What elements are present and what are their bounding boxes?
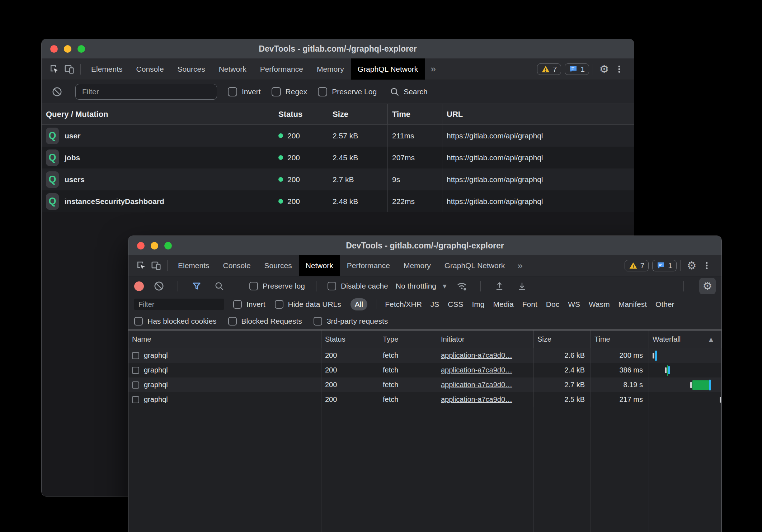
table-row[interactable]: Quser 200 2.57 kB 211ms https://gitlab.c…: [42, 125, 634, 147]
minimize-button[interactable]: [151, 242, 158, 250]
throttling-dropdown[interactable]: No throttling ▼: [396, 282, 447, 290]
type-filter-font[interactable]: Font: [522, 300, 537, 309]
column-header-time[interactable]: Time: [591, 331, 649, 348]
column-header-name[interactable]: Name: [128, 331, 321, 348]
has-blocked-cookies-checkbox[interactable]: Has blocked cookies: [134, 317, 217, 326]
tab-console[interactable]: Console: [130, 58, 171, 80]
initiator-link[interactable]: application-a7ca9d0…: [441, 351, 512, 360]
invert-checkbox[interactable]: Invert: [233, 300, 265, 309]
table-row[interactable]: Qjobs 200 2.45 kB 207ms https://gitlab.c…: [42, 147, 634, 168]
invert-checkbox[interactable]: Invert: [228, 87, 261, 96]
table-row[interactable]: graphql 200 fetch application-a7ca9d0… 2…: [128, 377, 721, 392]
type-filter-wasm[interactable]: Wasm: [589, 300, 610, 309]
type-filter-img[interactable]: Img: [472, 300, 485, 309]
column-header-size[interactable]: Size: [534, 331, 591, 348]
blocked-requests-checkbox[interactable]: Blocked Requests: [228, 317, 302, 326]
warnings-badge[interactable]: 7: [537, 63, 561, 75]
column-header-query-mutation[interactable]: Query / Mutation: [42, 104, 274, 124]
tab-elements[interactable]: Elements: [84, 58, 130, 80]
column-header-initiator[interactable]: Initiator: [437, 331, 534, 348]
import-har-icon[interactable]: [492, 279, 507, 294]
initiator-link[interactable]: application-a7ca9d0…: [441, 381, 512, 389]
tab-graphql-network[interactable]: GraphQL Network: [438, 255, 512, 276]
checkbox-box[interactable]: [249, 282, 258, 290]
kebab-menu-icon[interactable]: [699, 258, 714, 273]
preserve-log-checkbox[interactable]: Preserve log: [249, 282, 305, 290]
row-checkbox[interactable]: [132, 396, 139, 403]
row-checkbox[interactable]: [132, 352, 139, 359]
type-filter-doc[interactable]: Doc: [546, 300, 559, 309]
network-conditions-icon[interactable]: [454, 279, 469, 294]
tab-performance[interactable]: Performance: [340, 255, 397, 276]
row-checkbox[interactable]: [132, 367, 139, 374]
column-header-waterfall[interactable]: Waterfall ▲: [649, 331, 721, 348]
filter-funnel-icon[interactable]: [189, 279, 204, 294]
network-settings-button[interactable]: ⚙: [699, 278, 716, 294]
close-button[interactable]: [137, 242, 145, 250]
checkbox-box[interactable]: [228, 317, 237, 326]
checkbox-box[interactable]: [318, 87, 327, 96]
close-button[interactable]: [50, 45, 58, 53]
initiator-link[interactable]: application-a7ca9d0…: [441, 395, 512, 404]
record-button[interactable]: [134, 281, 144, 291]
issues-badge[interactable]: 1: [565, 63, 589, 75]
type-filter-other[interactable]: Other: [655, 300, 674, 309]
regex-checkbox[interactable]: Regex: [272, 87, 307, 96]
device-toolbar-icon[interactable]: [62, 62, 77, 77]
type-filter-ws[interactable]: WS: [568, 300, 580, 309]
column-header-status[interactable]: Status: [321, 331, 379, 348]
zoom-button[interactable]: [77, 45, 85, 53]
tab-console[interactable]: Console: [216, 255, 258, 276]
inspect-element-icon[interactable]: [47, 62, 62, 77]
tab-network[interactable]: Network: [299, 255, 340, 276]
minimize-button[interactable]: [64, 45, 71, 53]
kebab-menu-icon[interactable]: [612, 62, 627, 77]
tab-performance[interactable]: Performance: [253, 58, 310, 80]
checkbox-box[interactable]: [272, 87, 281, 96]
tab-memory[interactable]: Memory: [397, 255, 438, 276]
checkbox-box[interactable]: [233, 300, 242, 309]
settings-gear-icon[interactable]: ⚙: [597, 62, 612, 77]
type-filter-media[interactable]: Media: [493, 300, 514, 309]
table-row[interactable]: Qusers 200 2.7 kB 9s https://gitlab.com/…: [42, 168, 634, 190]
tab-memory[interactable]: Memory: [310, 58, 351, 80]
warnings-badge[interactable]: 7: [625, 260, 649, 271]
checkbox-box[interactable]: [228, 87, 237, 96]
tab-sources[interactable]: Sources: [171, 58, 212, 80]
title-bar[interactable]: DevTools - gitlab.com/-/graphql-explorer: [128, 236, 721, 255]
tab-sources[interactable]: Sources: [258, 255, 299, 276]
more-tabs-icon[interactable]: »: [425, 63, 441, 75]
tab-network[interactable]: Network: [212, 58, 253, 80]
third-party-requests-checkbox[interactable]: 3rd-party requests: [314, 317, 388, 326]
checkbox-box[interactable]: [134, 317, 143, 326]
table-row[interactable]: graphql 200 fetch application-a7ca9d0… 2…: [128, 392, 721, 407]
checkbox-box[interactable]: [328, 282, 336, 290]
filter-input[interactable]: [134, 299, 224, 310]
zoom-button[interactable]: [164, 242, 172, 250]
disable-cache-checkbox[interactable]: Disable cache: [328, 282, 388, 290]
issues-badge[interactable]: 1: [652, 260, 677, 271]
column-header-url[interactable]: URL: [442, 104, 634, 124]
hide-data-urls-checkbox[interactable]: Hide data URLs: [275, 300, 341, 309]
tab-graphql-network[interactable]: GraphQL Network: [351, 58, 425, 80]
tab-elements[interactable]: Elements: [171, 255, 216, 276]
type-filter-css[interactable]: CSS: [448, 300, 463, 309]
more-tabs-icon[interactable]: »: [512, 260, 528, 271]
table-row[interactable]: QinstanceSecurityDashboard 200 2.48 kB 2…: [42, 190, 634, 212]
clear-icon[interactable]: [151, 279, 166, 294]
checkbox-box[interactable]: [314, 317, 322, 326]
device-toolbar-icon[interactable]: [149, 258, 164, 273]
column-header-type[interactable]: Type: [379, 331, 437, 348]
table-row[interactable]: graphql 200 fetch application-a7ca9d0… 2…: [128, 348, 721, 363]
type-filter-js[interactable]: JS: [431, 300, 439, 309]
column-header-time[interactable]: Time: [388, 104, 442, 124]
export-har-icon[interactable]: [514, 279, 530, 294]
settings-gear-icon[interactable]: ⚙: [684, 258, 699, 273]
title-bar[interactable]: DevTools - gitlab.com/-/graphql-explorer: [42, 39, 634, 58]
type-filter-fetch-xhr[interactable]: Fetch/XHR: [385, 300, 422, 309]
preserve-log-checkbox[interactable]: Preserve Log: [318, 87, 377, 96]
filter-input[interactable]: [75, 84, 217, 100]
search-control[interactable]: Search: [390, 87, 428, 97]
inspect-element-icon[interactable]: [133, 258, 149, 273]
row-checkbox[interactable]: [132, 381, 139, 389]
